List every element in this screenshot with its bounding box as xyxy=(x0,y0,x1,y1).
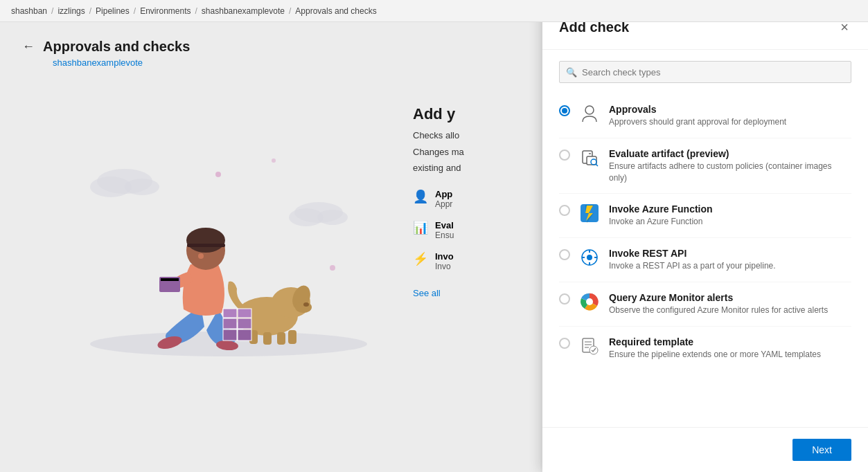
query-azure-monitor-info: Query Azure Monitor alerts Observe the c… xyxy=(609,292,851,316)
evaluate-artifact-desc: Ensure artifacts adhere to custom polici… xyxy=(609,161,851,184)
check-type-invoke-azure-function[interactable]: Invoke Azure Function Invoke an Azure Fu… xyxy=(559,194,851,238)
svg-point-8 xyxy=(330,265,335,271)
partial-check-invoke: ⚡ Invo Invo xyxy=(413,251,529,271)
search-input[interactable] xyxy=(559,61,851,83)
breadcrumb-item-3[interactable]: Pipelines xyxy=(96,6,130,16)
svg-rect-28 xyxy=(238,329,251,341)
breadcrumb-sep-1: / xyxy=(51,6,53,16)
partial-check-evaluate: 📊 Eval Ensu xyxy=(413,220,529,240)
evaluate-artifact-info: Evaluate artifact (preview) Ensure artif… xyxy=(609,148,851,184)
partial-check-sub-2: Ensu xyxy=(435,230,454,240)
breadcrumb-sep-5: / xyxy=(289,6,291,16)
breadcrumb-sep-4: / xyxy=(195,6,197,16)
check-type-required-template[interactable]: Required template Ensure the pipeline ex… xyxy=(559,327,851,370)
back-button[interactable]: ← xyxy=(22,39,35,54)
partial-check-text-1: App Appr xyxy=(435,189,452,209)
invoke-azure-function-desc: Invoke an Azure Function xyxy=(609,216,851,228)
breadcrumb: shashban / izzlings / Pipelines / Enviro… xyxy=(0,0,868,22)
svg-rect-31 xyxy=(223,309,237,318)
partial-info-panel: Add y Checks allo Changes ma existing an… xyxy=(402,105,540,299)
svg-rect-27 xyxy=(223,329,237,341)
check-type-invoke-rest-api[interactable]: Invoke REST API Invoke a REST API as a p… xyxy=(559,238,851,282)
radio-required-template[interactable] xyxy=(559,338,570,349)
svg-rect-32 xyxy=(238,309,251,318)
radio-approvals[interactable] xyxy=(559,105,570,116)
svg-point-51 xyxy=(586,298,593,305)
svg-point-15 xyxy=(198,253,204,259)
svg-rect-25 xyxy=(277,332,285,345)
drawer-footer: Next xyxy=(542,427,868,472)
check-type-evaluate-artifact[interactable]: Evaluate artifact (preview) Ensure artif… xyxy=(559,138,851,194)
breadcrumb-sep-3: / xyxy=(134,6,136,16)
see-all-link[interactable]: See all xyxy=(413,288,441,298)
svg-rect-17 xyxy=(161,278,179,281)
approvals-name: Approvals xyxy=(609,104,851,115)
partial-check-sub-3: Invo xyxy=(435,262,454,271)
required-template-info: Required template Ensure the pipeline ex… xyxy=(609,336,851,361)
check-type-query-azure-monitor[interactable]: Query Azure Monitor alerts Observe the c… xyxy=(559,282,851,327)
page-subtitle[interactable]: shashbanexamplevote xyxy=(53,57,518,68)
radio-invoke-azure-function[interactable] xyxy=(559,205,570,216)
partial-desc3: existing and xyxy=(413,161,529,175)
required-template-name: Required template xyxy=(609,336,851,347)
approvals-desc: Approvers should grant approval for depl… xyxy=(609,116,851,128)
partial-desc1: Checks allo xyxy=(413,129,529,143)
page-title: Approvals and checks xyxy=(43,39,190,55)
illustration-area xyxy=(42,105,443,382)
radio-invoke-rest-api[interactable] xyxy=(559,249,570,260)
invoke-azure-function-name: Invoke Azure Function xyxy=(609,203,851,215)
evaluate-artifact-icon xyxy=(578,147,601,169)
breadcrumb-item-2[interactable]: izzlings xyxy=(57,6,85,16)
approvals-info: Approvals Approvers should grant approva… xyxy=(609,104,851,128)
invoke-azure-function-info: Invoke Azure Function Invoke an Azure Fu… xyxy=(609,203,851,228)
svg-point-22 xyxy=(303,302,309,307)
breadcrumb-sep-2: / xyxy=(89,6,91,16)
breadcrumb-item-4[interactable]: Environments xyxy=(140,6,191,16)
main-panel: ← Approvals and checks shashbanexamplevo… xyxy=(0,22,540,472)
invoke-rest-api-icon xyxy=(578,246,601,269)
illustration-svg xyxy=(42,105,429,368)
invoke-azure-function-icon xyxy=(578,202,601,224)
radio-inner-approvals xyxy=(562,108,567,114)
svg-point-45 xyxy=(587,255,592,260)
partial-desc2: Changes ma xyxy=(413,145,529,159)
svg-rect-29 xyxy=(223,318,237,329)
query-azure-monitor-name: Query Azure Monitor alerts xyxy=(609,292,851,303)
svg-point-21 xyxy=(295,302,312,313)
partial-check-text-3: Invo Invo xyxy=(435,251,454,271)
breadcrumb-item-6: Approvals and checks xyxy=(295,6,376,16)
invoke-rest-api-name: Invoke REST API xyxy=(609,248,851,259)
partial-check-name-3: Invo xyxy=(435,251,454,262)
radio-evaluate-artifact[interactable] xyxy=(559,149,570,161)
svg-point-7 xyxy=(272,158,276,163)
evaluate-artifact-name: Evaluate artifact (preview) xyxy=(609,148,851,159)
add-check-drawer: Add check × 🔍 Approvals Approvers should… xyxy=(542,0,868,472)
check-types-list: Approvals Approvers should grant approva… xyxy=(542,94,868,427)
search-icon: 🔍 xyxy=(566,67,577,78)
partial-check-text-2: Eval Ensu xyxy=(435,220,454,240)
svg-line-38 xyxy=(596,164,598,166)
required-template-desc: Ensure the pipeline extends one or more … xyxy=(609,349,851,361)
partial-check-icon-2: 📊 xyxy=(413,220,428,235)
partial-check-sub-1: Appr xyxy=(435,199,452,209)
svg-point-13 xyxy=(186,228,225,253)
query-azure-monitor-icon xyxy=(578,291,601,313)
next-button[interactable]: Next xyxy=(792,439,851,461)
svg-point-6 xyxy=(215,172,221,177)
partial-title: Add y xyxy=(413,105,529,123)
radio-query-azure-monitor[interactable] xyxy=(559,293,570,305)
search-box: 🔍 xyxy=(559,61,851,83)
svg-rect-24 xyxy=(263,332,272,345)
svg-point-33 xyxy=(585,106,594,114)
query-azure-monitor-desc: Observe the configured Azure Monitor rul… xyxy=(609,305,851,316)
breadcrumb-item-1[interactable]: shashban xyxy=(11,6,47,16)
invoke-rest-api-desc: Invoke a REST API as a part of your pipe… xyxy=(609,260,851,272)
breadcrumb-item-5[interactable]: shashbanexamplevote xyxy=(202,6,285,16)
svg-point-5 xyxy=(317,210,348,225)
invoke-rest-api-info: Invoke REST API Invoke a REST API as a p… xyxy=(609,248,851,272)
partial-check-name-1: App xyxy=(435,189,452,199)
check-type-approvals[interactable]: Approvals Approvers should grant approva… xyxy=(559,94,851,138)
required-template-icon xyxy=(578,335,601,357)
svg-point-2 xyxy=(125,179,159,195)
partial-check-name-2: Eval xyxy=(435,220,454,230)
